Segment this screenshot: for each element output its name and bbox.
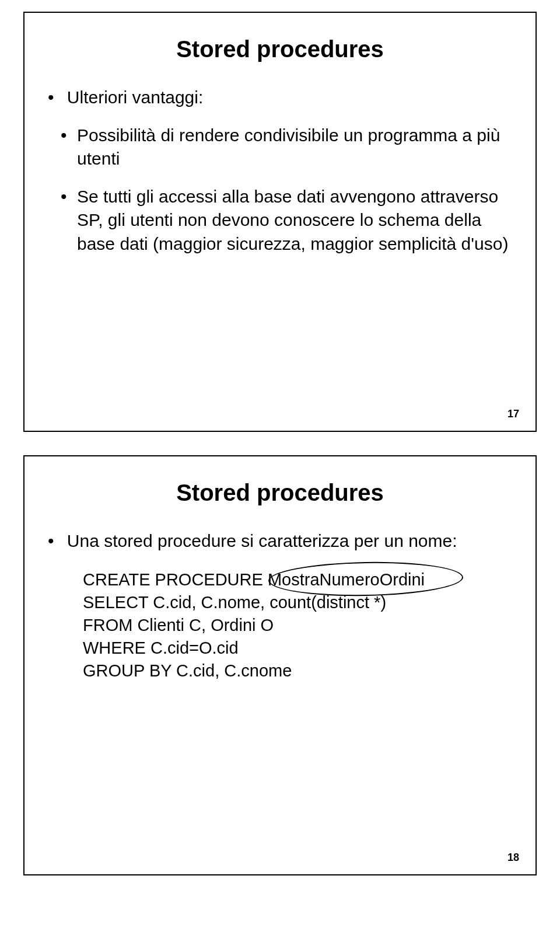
page-number: 18 (508, 852, 519, 864)
slide-17: Stored procedures Ulteriori vantaggi: Po… (23, 12, 537, 432)
slide-title: Stored procedures (48, 480, 512, 506)
code-line: WHERE C.cid=O.cid (83, 637, 512, 660)
bullet-text: Una stored procedure si caratterizza per… (67, 531, 457, 550)
slide-title: Stored procedures (48, 36, 512, 62)
bullet-item: Ulteriori vantaggi: Possibilità di rende… (48, 86, 512, 256)
bullet-list: Una stored procedure si caratterizza per… (48, 529, 512, 553)
sub-bullet-list: Possibilità di rendere condivisibile un … (48, 124, 512, 256)
bullet-item: Una stored procedure si caratterizza per… (48, 529, 512, 553)
slide-18: Stored procedures Una stored procedure s… (23, 455, 537, 875)
bullet-list: Ulteriori vantaggi: Possibilità di rende… (48, 86, 512, 256)
page-number: 17 (508, 408, 519, 420)
bullet-text: Ulteriori vantaggi: (67, 88, 203, 107)
code-line: CREATE PROCEDURE MostraNumeroOrdini (83, 568, 512, 591)
code-line: FROM Clienti C, Ordini O (83, 614, 512, 637)
sub-bullet-item: Se tutti gli accessi alla base dati avve… (77, 185, 512, 256)
code-line: SELECT C.cid, C.nome, count(distinct *) (83, 591, 512, 614)
sub-bullet-item: Possibilità di rendere condivisibile un … (77, 124, 512, 171)
code-block: CREATE PROCEDURE MostraNumeroOrdini SELE… (83, 568, 512, 683)
code-line: GROUP BY C.cid, C.cnome (83, 660, 512, 682)
